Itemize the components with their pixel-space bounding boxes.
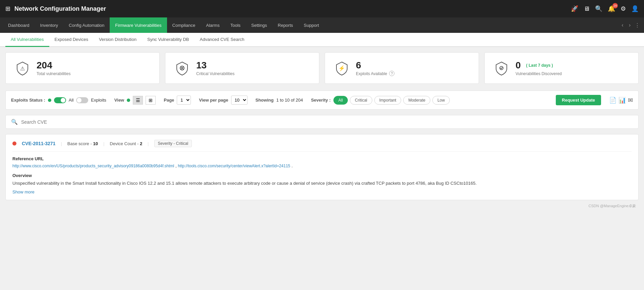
cve-sep-3: | (148, 141, 149, 146)
nav-item-config-automation[interactable]: Config Automation (63, 17, 110, 33)
search-icon[interactable]: 🔍 (595, 5, 602, 12)
all-toggle[interactable] (54, 97, 66, 103)
total-vuln-label: Total vulnerabilities (37, 71, 70, 76)
stat-card-critical: 13 Critical Vulnerabilities (165, 52, 319, 84)
exploits-status-group: Exploits Status : All Exploits (11, 97, 106, 103)
ref-link-period: . (291, 163, 293, 168)
user-icon[interactable]: 👤 (631, 5, 639, 12)
cve-severity-dot (12, 141, 16, 146)
ref-link-2[interactable]: http://tools.cisco.com/security/center/v… (178, 164, 290, 168)
search-cve-input[interactable] (21, 119, 633, 125)
nav-item-settings[interactable]: Settings (246, 17, 272, 33)
email-export-icon[interactable]: ✉ (628, 97, 633, 104)
cve-sep-2: | (103, 141, 104, 146)
severity-label: Severity : (311, 98, 331, 103)
page-select[interactable]: 1 2 3 (177, 96, 191, 105)
view-per-page-select-wrap: 10 25 50 (231, 96, 248, 105)
severity-critical-button[interactable]: Critical (350, 96, 372, 105)
grid-icon[interactable]: ⊞ (5, 5, 10, 12)
search-magnifier-icon: 🔍 (11, 119, 18, 125)
controls-row: Exploits Status : All Exploits View ☰ ⊞ … (5, 91, 639, 110)
overview-section: Overview Unspecified vulnerability in th… (12, 173, 632, 194)
critical-vuln-icon (173, 59, 191, 77)
nav-item-inventory[interactable]: Inventory (35, 17, 63, 33)
nav-item-tools[interactable]: Tools (225, 17, 246, 33)
rocket-icon[interactable]: 🚀 (571, 5, 578, 12)
nav-item-reports[interactable]: Reports (272, 17, 299, 33)
cve-header: CVE-2011-3271 | Base score - 10 | Device… (12, 140, 632, 152)
nav-item-support[interactable]: Support (299, 17, 325, 33)
exploits-help-icon[interactable]: ? (389, 71, 394, 76)
discovered-number: 0 (516, 60, 521, 71)
showing-value: 1 to 10 of 204 (276, 98, 303, 103)
subtab-exposed-devices[interactable]: Exposed Devices (49, 33, 94, 47)
nav-more-icon[interactable]: ⋮ (633, 22, 641, 28)
monitor-icon[interactable]: 🖥 (584, 5, 590, 12)
stat-info-critical: 13 Critical Vulnerabilities (196, 60, 234, 76)
page-group: Page 1 2 3 (164, 96, 191, 105)
xls-export-icon[interactable]: 📊 (619, 97, 626, 104)
severity-all-button[interactable]: All (333, 96, 348, 105)
subtab-version-distribution[interactable]: Version Distribution (94, 33, 142, 47)
list-view-dot (127, 99, 130, 102)
main-content: ⚠ 204 Total vulnerabilities 13 Critical (0, 47, 644, 214)
exploits-toggle[interactable] (76, 97, 88, 103)
severity-moderate-button[interactable]: Moderate (403, 96, 430, 105)
notification-icon[interactable]: 🔔 29 (608, 5, 615, 12)
discovered-label: Vulnerabilities Discovered (516, 71, 562, 76)
nav-item-firmware-vulnerabilities[interactable]: Firmware Vulnerabilities (110, 17, 167, 33)
grid-view-button[interactable]: ⊞ (146, 96, 156, 105)
cve-sep-1: | (61, 141, 62, 146)
exploits-status-label: Exploits Status : (11, 98, 45, 103)
subtab-sync-vulnerability-db[interactable]: Sync Vulnerability DB (142, 33, 195, 47)
cve-base-score: Base score - 10 (67, 141, 98, 146)
reference-url-title: Reference URL (12, 156, 632, 161)
discovered-badge: ( Last 7 days ) (526, 63, 553, 68)
search-bar: 🔍 (5, 115, 639, 129)
subtab-advanced-cve-search[interactable]: Advanced CVE Search (194, 33, 250, 47)
stat-card-total: ⚠ 204 Total vulnerabilities (5, 52, 160, 84)
view-per-page-group: View per page 10 25 50 (199, 96, 247, 105)
nav-prev-arrow[interactable]: ‹ (619, 22, 626, 28)
svg-text:⚡: ⚡ (338, 65, 345, 71)
exploits-icon: ⚡ (333, 59, 351, 77)
request-update-button[interactable]: Request Update (556, 95, 601, 105)
stat-info-discovered: 0 ( Last 7 days ) Vulnerabilities Discov… (516, 60, 562, 76)
page-select-wrap: 1 2 3 (177, 96, 191, 105)
view-group: View ☰ ⊞ (114, 96, 156, 105)
pdf-export-icon[interactable]: 📄 (609, 97, 616, 104)
reference-url-section: Reference URL http://www.cisco.com/en/US… (12, 156, 632, 168)
nav-item-compliance[interactable]: Compliance (167, 17, 201, 33)
ref-link-1[interactable]: http://www.cisco.com/en/US/products/prod… (12, 164, 174, 168)
stat-info-exploits: 6 Exploits Available ? (356, 60, 394, 76)
severity-important-button[interactable]: Important (374, 96, 401, 105)
subtab-all-vulnerabilities[interactable]: All Vulnerabilities (5, 33, 49, 47)
view-per-page-label: View per page (199, 98, 228, 103)
settings-icon[interactable]: ⚙ (621, 5, 626, 12)
stat-card-exploits: ⚡ 6 Exploits Available ? (325, 52, 479, 84)
exploits-label: Exploits (91, 98, 106, 103)
topbar-icons: 🚀 🖥 🔍 🔔 29 ⚙ 👤 (571, 5, 639, 12)
exploits-label: Exploits Available (356, 71, 387, 76)
cve-device-count-value: 2 (140, 141, 142, 146)
export-icons: 📄 📊 ✉ (609, 97, 633, 104)
nav-item-dashboard[interactable]: Dashboard (3, 17, 35, 33)
show-more-link[interactable]: Show more (12, 189, 35, 194)
list-view-button[interactable]: ☰ (133, 96, 143, 105)
page-label: Page (164, 98, 174, 103)
overview-text: Unspecified vulnerability in the Smart I… (12, 180, 632, 187)
all-label: All (69, 98, 73, 103)
severity-group: Severity : All Critical Important Modera… (311, 96, 450, 105)
severity-low-button[interactable]: Low (432, 96, 450, 105)
cve-severity-tag: Severity - Critical (154, 140, 192, 147)
view-per-page-select[interactable]: 10 25 50 (231, 96, 248, 105)
watermark: CSDN @ManageEngine卓豪 (5, 204, 639, 209)
critical-vuln-label: Critical Vulnerabilities (196, 71, 234, 76)
stats-row: ⚠ 204 Total vulnerabilities 13 Critical (5, 52, 639, 84)
nav-item-alarms[interactable]: Alarms (201, 17, 225, 33)
navbar: Dashboard Inventory Config Automation Fi… (0, 17, 644, 33)
stat-info-total: 204 Total vulnerabilities (37, 60, 70, 76)
nav-next-arrow[interactable]: › (626, 22, 633, 28)
cve-id-link[interactable]: CVE-2011-3271 (22, 141, 55, 146)
cve-base-score-value: 10 (93, 141, 98, 146)
